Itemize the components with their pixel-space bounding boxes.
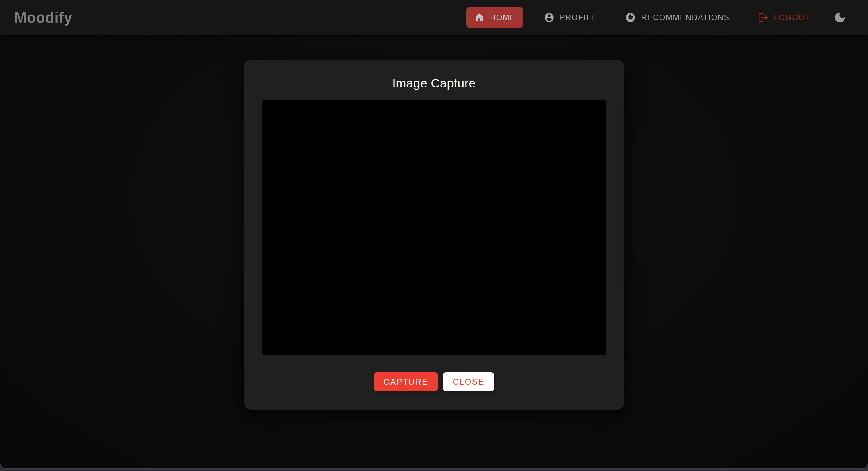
nav-item-label: HOME bbox=[490, 13, 516, 22]
image-capture-dialog: Image Capture CAPTURE CLOSE bbox=[244, 60, 624, 410]
top-navbar: Moodify HOME PROFILE bbox=[0, 0, 868, 35]
main-content: Image Capture CAPTURE CLOSE bbox=[0, 35, 868, 468]
nav-item-profile[interactable]: PROFILE bbox=[536, 7, 604, 28]
account-circle-icon bbox=[544, 12, 555, 23]
nav-item-label: LOGOUT bbox=[774, 13, 810, 22]
screen: Moodify HOME PROFILE bbox=[0, 0, 868, 471]
nav-item-label: PROFILE bbox=[560, 13, 597, 22]
dialog-actions: CAPTURE CLOSE bbox=[374, 372, 494, 391]
close-button[interactable]: CLOSE bbox=[443, 372, 494, 391]
logout-icon bbox=[758, 12, 769, 23]
nav-item-home[interactable]: HOME bbox=[466, 7, 523, 28]
theme-toggle-button[interactable] bbox=[831, 8, 849, 27]
dark-mode-moon-icon bbox=[833, 11, 846, 24]
nav-item-recommendations[interactable]: RECOMMENDATIONS bbox=[617, 7, 737, 28]
home-icon bbox=[474, 12, 485, 23]
nav-item-label: RECOMMENDATIONS bbox=[641, 13, 730, 22]
app-window: Moodify HOME PROFILE bbox=[0, 0, 868, 468]
navbar-links: HOME PROFILE RECOMMENDATIONS bbox=[466, 7, 849, 28]
app-logo[interactable]: Moodify bbox=[14, 9, 72, 26]
nav-item-logout[interactable]: LOGOUT bbox=[750, 7, 817, 28]
dialog-title: Image Capture bbox=[392, 76, 476, 90]
recommend-icon bbox=[625, 12, 636, 23]
capture-button[interactable]: CAPTURE bbox=[374, 372, 438, 391]
webcam-video-feed bbox=[262, 100, 606, 355]
